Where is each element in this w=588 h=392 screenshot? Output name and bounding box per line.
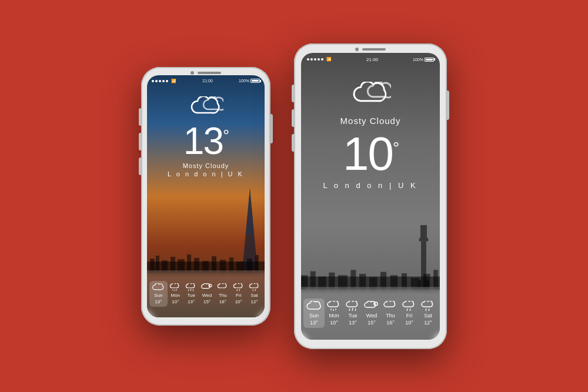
forecast-day-label-thu-left: Thu: [219, 293, 227, 298]
rdot5: [321, 58, 323, 61]
battery-left: 100%: [239, 79, 260, 83]
forecast-icon-thu-left: [216, 283, 229, 292]
forecast-sat-left: Sat 12°: [246, 283, 262, 304]
svg-line-53: [352, 308, 353, 311]
forecast-temp-fri-left: 10°: [235, 299, 242, 304]
forecast-icon-thu-right: [383, 301, 398, 311]
forecast-sat-right: Sat 12°: [419, 301, 437, 326]
phone-top-bar-right: [347, 47, 394, 52]
svg-line-56: [407, 309, 407, 311]
forecast-temp-wed-left: 15°: [203, 299, 211, 304]
forecast-temp-fri-right: 10°: [405, 320, 413, 326]
forecast-temp-sat-right: 12°: [424, 320, 432, 326]
time-right: 21:00: [366, 57, 378, 62]
battery-bar-right: [425, 58, 434, 62]
degree-symbol-left: °: [223, 126, 228, 144]
speaker-left: [198, 72, 221, 74]
forecast-temp-sun-right: 13°: [310, 320, 318, 326]
svg-line-57: [410, 309, 410, 311]
svg-line-24: [237, 289, 238, 291]
rdot2: [310, 58, 313, 61]
dot2: [155, 80, 158, 82]
forecast-icon-sat-left: [248, 283, 261, 292]
forecast-day-label-tue-right: Tue: [348, 313, 357, 319]
dot4: [162, 80, 165, 82]
rdot4: [318, 58, 320, 61]
condition-left: Mosty Cloudy: [183, 162, 229, 169]
svg-line-59: [429, 309, 429, 311]
phone-body-left: 📶 21:00 100%: [141, 67, 270, 326]
svg-line-22: [193, 289, 193, 291]
battery-fill-left: [252, 80, 259, 82]
forecast-day-label-wed-left: Wed: [202, 293, 212, 298]
forecast-icon-fri-right: [402, 301, 417, 311]
forecast-day-label-mon-left: Mon: [171, 293, 181, 298]
forecast-fri-left: Fri 10°: [230, 283, 246, 304]
svg-line-20: [188, 289, 189, 291]
phone-screen-left[interactable]: 📶 21:00 100%: [147, 75, 265, 317]
battery-bar-left: [250, 79, 260, 83]
wifi-icon-left: 📶: [171, 79, 176, 83]
weather-cloud-icon-left: [188, 96, 223, 118]
forecast-day-label-sat-right: Sat: [424, 313, 432, 319]
time-left: 21:00: [202, 79, 213, 83]
forecast-temp-tue-left: 13°: [188, 299, 195, 304]
signal-dots-left: 📶: [152, 79, 176, 83]
forecast-thu-right: Thu 16°: [381, 301, 400, 326]
forecast-day-label-wed-right: Wed: [366, 313, 377, 319]
rdot1: [307, 58, 309, 61]
forecast-temp-sun-left: 13°: [155, 299, 162, 304]
forecast-fri-right: Fri 10°: [400, 301, 419, 326]
forecast-day-label-mon-right: Mon: [329, 313, 339, 319]
weather-cloud-icon-right: [350, 82, 391, 106]
forecast-day-label-sun-right: Sun: [309, 313, 319, 319]
forecast-temp-tue-right: 13°: [349, 320, 357, 326]
phone-body-right: 📶 21:00 100%: [294, 43, 447, 349]
location-right: L o n d o n | U K: [323, 181, 417, 190]
forecast-day-label-thu-right: Thu: [386, 313, 395, 319]
svg-line-54: [355, 309, 356, 311]
svg-line-27: [255, 289, 255, 291]
forecast-temp-wed-right: 15°: [368, 320, 376, 326]
forecast-temp-mon-left: 10°: [172, 299, 179, 304]
screen-bg-left: 📶 21:00 100%: [147, 75, 265, 317]
forecast-icon-mon-left: [169, 283, 182, 292]
temp-value-left: 13: [183, 120, 223, 162]
forecast-temp-mon-right: 10°: [330, 320, 338, 326]
degree-symbol-right: °: [393, 139, 398, 157]
forecast-thu-left: Thu 16°: [215, 283, 230, 304]
forecast-temp-thu-right: 16°: [386, 320, 395, 326]
dot3: [159, 80, 161, 82]
svg-line-26: [252, 289, 253, 291]
battery-right: 100%: [413, 58, 434, 62]
front-camera-right: [355, 48, 359, 51]
signal-dots-right: 📶: [307, 57, 332, 62]
forecast-icon-sun-left: [152, 283, 165, 292]
screen-bg-right: 📶 21:00 100%: [301, 53, 440, 340]
battery-percent-right: 100%: [413, 58, 423, 62]
forecast-day-label-sat-left: Sat: [251, 293, 258, 298]
temperature-right: 10°: [343, 130, 398, 177]
forecast-tue-left: Tue 13°: [183, 283, 199, 304]
forecast-day-label-fri-left: Fri: [236, 293, 241, 298]
temperature-left: 13°: [183, 122, 228, 160]
dot1: [152, 80, 154, 82]
forecast-day-label-sun-left: Sun: [154, 293, 162, 298]
forecast-tue-right: Tue 13°: [343, 301, 362, 326]
forecast-strip-left: Sun 13° Mon 10°: [147, 270, 265, 317]
forecast-icon-wed-right: [364, 301, 379, 311]
speaker-right: [362, 48, 386, 51]
svg-line-52: [349, 309, 350, 311]
condition-right: Mosty Cloudy: [340, 116, 401, 126]
dot5: [166, 80, 168, 82]
forecast-day-label-fri-right: Fri: [406, 313, 413, 319]
forecast-icon-tue-left: [185, 283, 198, 292]
forecast-temp-thu-left: 16°: [219, 299, 226, 304]
wifi-icon-right: 📶: [326, 57, 332, 62]
forecast-strip-right: Sun 13° Mon 10°: [301, 287, 440, 340]
forecast-icon-mon-right: [326, 301, 342, 311]
forecast-wed-left: Wed 15°: [199, 283, 215, 304]
forecast-wed-right: Wed 15°: [362, 301, 381, 326]
phone-screen-right[interactable]: 📶 21:00 100%: [301, 53, 440, 340]
status-bar-left: 📶 21:00 100%: [147, 78, 265, 85]
